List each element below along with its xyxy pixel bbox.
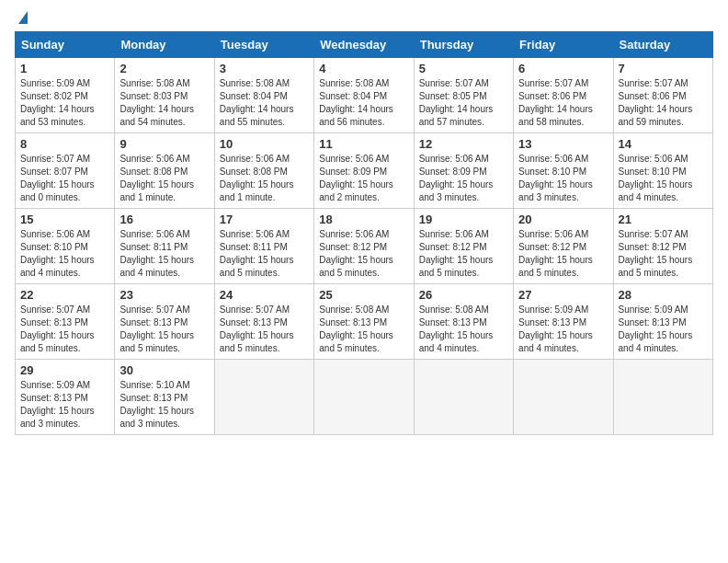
day-number: 6 (518, 62, 608, 75)
day-info: Sunrise: 5:09 AM Sunset: 8:13 PM Dayligh… (518, 304, 608, 355)
calendar-day-cell: 4Sunrise: 5:08 AM Sunset: 8:04 PM Daylig… (314, 58, 414, 133)
day-number: 24 (220, 288, 309, 302)
day-number: 22 (20, 288, 109, 302)
calendar-day-cell (314, 360, 414, 435)
calendar-day-cell: 24Sunrise: 5:07 AM Sunset: 8:13 PM Dayli… (214, 284, 313, 360)
calendar-day-cell: 30Sunrise: 5:10 AM Sunset: 8:13 PM Dayli… (115, 360, 214, 435)
day-info: Sunrise: 5:07 AM Sunset: 8:13 PM Dayligh… (220, 304, 309, 355)
logo-triangle-icon (18, 11, 28, 24)
calendar-day-cell: 7Sunrise: 5:07 AM Sunset: 8:06 PM Daylig… (613, 58, 712, 133)
calendar-week-row: 29Sunrise: 5:09 AM Sunset: 8:13 PM Dayli… (16, 360, 713, 435)
day-info: Sunrise: 5:07 AM Sunset: 8:07 PM Dayligh… (20, 153, 109, 204)
day-number: 14 (619, 137, 708, 151)
day-number: 12 (419, 137, 508, 151)
calendar-day-cell: 12Sunrise: 5:06 AM Sunset: 8:09 PM Dayli… (414, 133, 513, 209)
calendar-day-cell (214, 360, 313, 435)
calendar-day-cell: 25Sunrise: 5:08 AM Sunset: 8:13 PM Dayli… (314, 284, 414, 360)
day-number: 20 (518, 213, 608, 226)
day-info: Sunrise: 5:08 AM Sunset: 8:13 PM Dayligh… (319, 304, 408, 355)
day-info: Sunrise: 5:06 AM Sunset: 8:12 PM Dayligh… (518, 228, 608, 280)
calendar-day-cell: 20Sunrise: 5:06 AM Sunset: 8:12 PM Dayli… (514, 209, 613, 284)
calendar-body: 1Sunrise: 5:09 AM Sunset: 8:02 PM Daylig… (16, 58, 713, 435)
day-number: 2 (119, 62, 209, 75)
day-number: 29 (20, 363, 109, 377)
calendar-day-cell: 15Sunrise: 5:06 AM Sunset: 8:10 PM Dayli… (16, 209, 115, 284)
day-number: 4 (319, 62, 408, 75)
day-info: Sunrise: 5:06 AM Sunset: 8:10 PM Dayligh… (619, 153, 708, 204)
day-info: Sunrise: 5:08 AM Sunset: 8:04 PM Dayligh… (220, 77, 309, 129)
calendar-day-cell: 28Sunrise: 5:09 AM Sunset: 8:13 PM Dayli… (613, 284, 712, 360)
calendar-day-cell (514, 360, 613, 435)
day-info: Sunrise: 5:07 AM Sunset: 8:13 PM Dayligh… (20, 304, 109, 355)
day-number: 18 (319, 213, 408, 226)
day-info: Sunrise: 5:06 AM Sunset: 8:10 PM Dayligh… (20, 228, 109, 280)
day-number: 7 (619, 62, 708, 75)
calendar-day-cell: 14Sunrise: 5:06 AM Sunset: 8:10 PM Dayli… (613, 133, 712, 209)
day-info: Sunrise: 5:09 AM Sunset: 8:13 PM Dayligh… (20, 379, 109, 431)
calendar-day-cell: 23Sunrise: 5:07 AM Sunset: 8:13 PM Dayli… (115, 284, 214, 360)
calendar-day-cell: 11Sunrise: 5:06 AM Sunset: 8:09 PM Dayli… (314, 133, 414, 209)
calendar-day-cell: 3Sunrise: 5:08 AM Sunset: 8:04 PM Daylig… (214, 58, 313, 133)
calendar-day-cell: 27Sunrise: 5:09 AM Sunset: 8:13 PM Dayli… (514, 284, 613, 360)
calendar-day-cell: 29Sunrise: 5:09 AM Sunset: 8:13 PM Dayli… (16, 360, 115, 435)
calendar-day-cell: 19Sunrise: 5:06 AM Sunset: 8:12 PM Dayli… (414, 209, 513, 284)
day-number: 27 (518, 288, 608, 302)
day-number: 25 (319, 288, 408, 302)
day-number: 16 (119, 213, 209, 226)
day-info: Sunrise: 5:06 AM Sunset: 8:11 PM Dayligh… (119, 228, 209, 280)
logo (15, 15, 28, 24)
calendar-week-row: 8Sunrise: 5:07 AM Sunset: 8:07 PM Daylig… (16, 133, 713, 209)
calendar-day-cell: 22Sunrise: 5:07 AM Sunset: 8:13 PM Dayli… (16, 284, 115, 360)
day-number: 19 (419, 213, 508, 226)
day-number: 10 (220, 137, 309, 151)
day-number: 8 (20, 137, 109, 151)
day-number: 3 (220, 62, 309, 75)
calendar-week-row: 15Sunrise: 5:06 AM Sunset: 8:10 PM Dayli… (16, 209, 713, 284)
calendar-day-cell: 16Sunrise: 5:06 AM Sunset: 8:11 PM Dayli… (115, 209, 214, 284)
calendar-day-cell: 21Sunrise: 5:07 AM Sunset: 8:12 PM Dayli… (613, 209, 712, 284)
day-number: 9 (119, 137, 209, 151)
day-of-week-header: Monday (115, 32, 214, 58)
day-info: Sunrise: 5:08 AM Sunset: 8:13 PM Dayligh… (419, 304, 508, 355)
day-info: Sunrise: 5:06 AM Sunset: 8:12 PM Dayligh… (319, 228, 408, 280)
day-info: Sunrise: 5:06 AM Sunset: 8:08 PM Dayligh… (119, 153, 209, 204)
calendar-day-cell: 10Sunrise: 5:06 AM Sunset: 8:08 PM Dayli… (214, 133, 313, 209)
calendar-day-cell: 8Sunrise: 5:07 AM Sunset: 8:07 PM Daylig… (16, 133, 115, 209)
day-info: Sunrise: 5:06 AM Sunset: 8:09 PM Dayligh… (319, 153, 408, 204)
calendar-day-cell (613, 360, 712, 435)
calendar-week-row: 1Sunrise: 5:09 AM Sunset: 8:02 PM Daylig… (16, 58, 713, 133)
day-info: Sunrise: 5:06 AM Sunset: 8:08 PM Dayligh… (220, 153, 309, 204)
day-number: 23 (119, 288, 209, 302)
calendar-header-row: SundayMondayTuesdayWednesdayThursdayFrid… (16, 32, 713, 58)
day-number: 30 (119, 363, 209, 377)
page-header (15, 15, 713, 24)
day-number: 11 (319, 137, 408, 151)
calendar-day-cell: 17Sunrise: 5:06 AM Sunset: 8:11 PM Dayli… (214, 209, 313, 284)
day-info: Sunrise: 5:06 AM Sunset: 8:10 PM Dayligh… (518, 153, 608, 204)
calendar-day-cell: 6Sunrise: 5:07 AM Sunset: 8:06 PM Daylig… (514, 58, 613, 133)
calendar-day-cell: 13Sunrise: 5:06 AM Sunset: 8:10 PM Dayli… (514, 133, 613, 209)
day-number: 28 (619, 288, 708, 302)
day-info: Sunrise: 5:09 AM Sunset: 8:13 PM Dayligh… (619, 304, 708, 355)
day-info: Sunrise: 5:07 AM Sunset: 8:13 PM Dayligh… (119, 304, 209, 355)
day-info: Sunrise: 5:08 AM Sunset: 8:03 PM Dayligh… (119, 77, 209, 129)
day-info: Sunrise: 5:06 AM Sunset: 8:11 PM Dayligh… (220, 228, 309, 280)
day-info: Sunrise: 5:07 AM Sunset: 8:06 PM Dayligh… (619, 77, 708, 129)
day-number: 13 (518, 137, 608, 151)
calendar-day-cell: 18Sunrise: 5:06 AM Sunset: 8:12 PM Dayli… (314, 209, 414, 284)
day-info: Sunrise: 5:07 AM Sunset: 8:12 PM Dayligh… (619, 228, 708, 280)
day-info: Sunrise: 5:06 AM Sunset: 8:12 PM Dayligh… (419, 228, 508, 280)
day-of-week-header: Tuesday (214, 32, 313, 58)
calendar-day-cell: 5Sunrise: 5:07 AM Sunset: 8:05 PM Daylig… (414, 58, 513, 133)
day-info: Sunrise: 5:07 AM Sunset: 8:05 PM Dayligh… (419, 77, 508, 129)
calendar-day-cell: 9Sunrise: 5:06 AM Sunset: 8:08 PM Daylig… (115, 133, 214, 209)
day-info: Sunrise: 5:10 AM Sunset: 8:13 PM Dayligh… (119, 379, 209, 431)
day-info: Sunrise: 5:09 AM Sunset: 8:02 PM Dayligh… (20, 77, 109, 129)
day-of-week-header: Friday (514, 32, 613, 58)
day-of-week-header: Thursday (414, 32, 513, 58)
day-number: 1 (20, 62, 109, 75)
calendar-day-cell: 2Sunrise: 5:08 AM Sunset: 8:03 PM Daylig… (115, 58, 214, 133)
day-number: 21 (619, 213, 708, 226)
calendar-day-cell: 1Sunrise: 5:09 AM Sunset: 8:02 PM Daylig… (16, 58, 115, 133)
day-of-week-header: Saturday (613, 32, 712, 58)
